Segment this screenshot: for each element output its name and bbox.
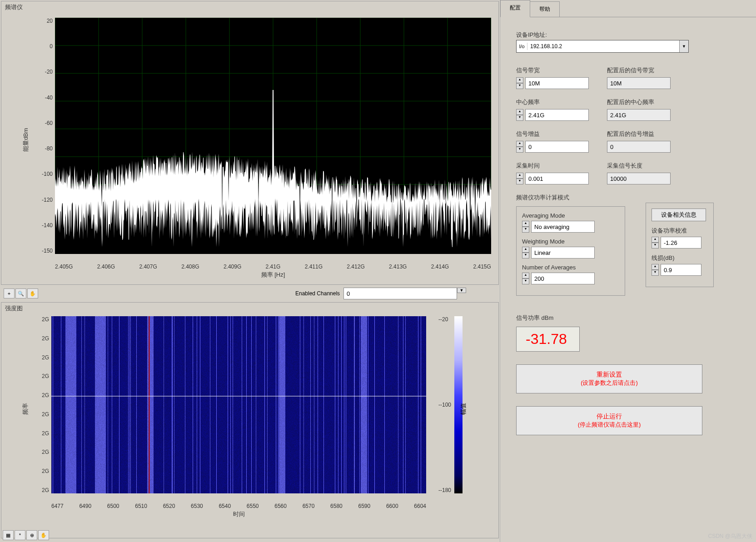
- stop-button-title: 停止运行: [597, 413, 622, 421]
- bottom-tool-3-icon[interactable]: ⊕: [26, 530, 37, 540]
- spectrum-title: 频谱仪: [1, 1, 498, 13]
- ip-dropdown-icon[interactable]: ▼: [679, 40, 688, 52]
- enabled-channels: Enabled Channels ▼: [295, 288, 466, 299]
- gain-label: 信号增益: [516, 130, 589, 138]
- gain-up-icon[interactable]: ▲: [516, 141, 523, 147]
- gain-down-icon[interactable]: ▼: [516, 147, 523, 153]
- loss-input[interactable]: [661, 264, 701, 276]
- tab-config[interactable]: 配置: [500, 0, 530, 17]
- device-info-button[interactable]: 设备相关信息: [652, 209, 706, 221]
- enabled-channels-dropdown-icon[interactable]: ▼: [457, 288, 466, 293]
- bottom-toolbar: ▦ * ⊕ ✋: [3, 530, 49, 540]
- watermark: CSDN @乌恩大侠: [708, 532, 752, 540]
- num-down-icon[interactable]: ▼: [522, 278, 529, 284]
- wgt-mode-input[interactable]: [531, 247, 595, 259]
- acq-down-icon[interactable]: ▼: [516, 179, 523, 184]
- intensity-chart[interactable]: 2G2G2G2G2G2G2G2G2G2G 6477649065006510652…: [51, 316, 426, 493]
- zoom-tool-icon[interactable]: 🔍: [15, 288, 26, 298]
- right-panel: 配置 帮助 设备IP地址: I/o 192.168.10.2 ▼ 信号带宽 ▲▼: [500, 0, 756, 542]
- tabs: 配置 帮助: [500, 0, 756, 17]
- reset-button-sub: (设置参数之后请点击): [581, 379, 638, 387]
- stop-button[interactable]: 停止运行 (停止频谱仪请点击这里): [516, 406, 702, 435]
- loss-up-icon[interactable]: ▲: [652, 264, 659, 270]
- gain-after-value: [607, 141, 671, 153]
- bottom-tool-1-icon[interactable]: ▦: [3, 530, 14, 540]
- cal-input[interactable]: [661, 237, 701, 249]
- cal-down-icon[interactable]: ▼: [652, 243, 659, 249]
- cf-after-label: 配置后的中心频率: [607, 98, 671, 106]
- spectrum-x-ticks: 2.405G2.406G2.407G2.408G2.409G2.41G2.411…: [55, 264, 491, 270]
- cf-up-icon[interactable]: ▲: [516, 109, 523, 115]
- mode-title: 频谱仪功率计算模式: [516, 194, 740, 202]
- power-label: 信号功率 dBm: [516, 314, 740, 322]
- bw-label: 信号带宽: [516, 66, 589, 75]
- cf-down-icon[interactable]: ▼: [516, 115, 523, 121]
- ip-input[interactable]: I/o 192.168.10.2 ▼: [516, 40, 689, 53]
- bw-after-value: [607, 77, 671, 89]
- intensity-y-ticks: 2G2G2G2G2G2G2G2G2G2G: [33, 316, 49, 493]
- colorbar-label: 幅值: [459, 403, 468, 415]
- device-box: 设备相关信息 设备功率校准 ▲▼ 线损(dB) ▲▼: [646, 203, 714, 287]
- stop-button-sub: (停止频谱仪请点击这里): [578, 421, 641, 429]
- spectrum-y-ticks: 200-20-40-60-80-100-120-140-150: [28, 18, 53, 254]
- bw-down-icon[interactable]: ▼: [516, 83, 523, 89]
- spectrum-y-label: 能量dBm: [22, 128, 30, 152]
- cal-up-icon[interactable]: ▲: [652, 237, 659, 243]
- intensity-y-label: 频率: [21, 403, 30, 415]
- loss-label: 线损(dB): [652, 254, 708, 262]
- mode-box: Averaging Mode ▲▼ Weighting Mode ▲▼ Numb…: [516, 206, 625, 296]
- bottom-tool-4-icon[interactable]: ✋: [38, 530, 49, 540]
- num-avg-input[interactable]: [531, 273, 595, 284]
- avg-mode-label: Averaging Mode: [522, 212, 619, 219]
- spectrum-chart[interactable]: 200-20-40-60-80-100-120-140-150 2.405G2.…: [55, 18, 491, 254]
- intensity-x-label: 时间: [233, 510, 245, 518]
- cal-label: 设备功率校准: [652, 227, 708, 235]
- len-label: 采集信号长度: [607, 162, 671, 170]
- len-value: [607, 173, 671, 184]
- acq-label: 采集时间: [516, 162, 589, 170]
- bw-input[interactable]: [525, 77, 589, 89]
- bottom-tool-2-icon[interactable]: *: [15, 530, 25, 540]
- pan-tool-icon[interactable]: ✋: [27, 288, 38, 298]
- gain-after-label: 配置后的信号增益: [607, 130, 671, 138]
- reset-button[interactable]: 重新设置 (设置参数之后请点击): [516, 364, 702, 393]
- ip-label: 设备IP地址:: [516, 31, 740, 39]
- loss-down-icon[interactable]: ▼: [652, 270, 659, 276]
- cf-label: 中心频率: [516, 98, 589, 106]
- cf-after-value: [607, 109, 671, 121]
- colorbar-ticks: --20--100--180: [438, 316, 451, 493]
- spectrum-x-label: 频率 [Hz]: [261, 271, 285, 279]
- cf-input[interactable]: [525, 109, 589, 121]
- avg-up-icon[interactable]: ▲: [522, 221, 529, 227]
- reset-button-title: 重新设置: [597, 371, 622, 379]
- enabled-channels-input[interactable]: [343, 288, 457, 299]
- avg-mode-input[interactable]: [531, 221, 595, 233]
- left-panel: 频谱仪 200-20-40-60-80-100-120-140-150 2.40…: [0, 0, 500, 542]
- acq-up-icon[interactable]: ▲: [516, 173, 523, 179]
- power-value: -31.78: [516, 327, 580, 352]
- wgt-up-icon[interactable]: ▲: [522, 247, 529, 253]
- wgt-mode-label: Weighting Mode: [522, 238, 619, 245]
- spectrum-group: 频谱仪 200-20-40-60-80-100-120-140-150 2.40…: [1, 1, 499, 285]
- bw-up-icon[interactable]: ▲: [516, 77, 523, 83]
- enabled-channels-label: Enabled Channels: [295, 290, 340, 297]
- ip-value[interactable]: 192.168.10.2: [527, 42, 679, 50]
- wgt-down-icon[interactable]: ▼: [522, 253, 529, 259]
- intensity-group: 强度图 2G2G2G2G2G2G2G2G2G2G 647764906500651…: [1, 302, 499, 538]
- tab-help[interactable]: 帮助: [530, 1, 560, 17]
- avg-down-icon[interactable]: ▼: [522, 227, 529, 233]
- io-icon: I/o: [517, 43, 527, 50]
- num-avg-label: Number of Averages: [522, 264, 619, 271]
- bw-after-label: 配置后的信号带宽: [607, 66, 671, 75]
- crosshair-tool-icon[interactable]: +: [4, 288, 15, 298]
- num-up-icon[interactable]: ▲: [522, 273, 529, 278]
- acq-input[interactable]: [525, 173, 589, 184]
- intensity-x-ticks: 6477649065006510652065306540655065606570…: [51, 503, 426, 509]
- config-body: 设备IP地址: I/o 192.168.10.2 ▼ 信号带宽 ▲▼ 配置后的信…: [500, 17, 756, 449]
- intensity-title: 强度图: [1, 303, 498, 314]
- gain-input[interactable]: [525, 141, 589, 153]
